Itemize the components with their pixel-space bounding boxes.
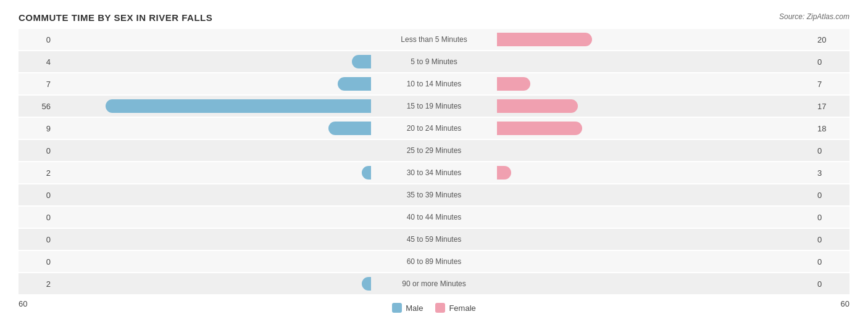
male-value: 56 xyxy=(19,102,56,111)
female-bar-container xyxy=(496,166,812,180)
bars-center: 35 to 39 Minutes xyxy=(56,184,812,205)
female-bar-container xyxy=(496,144,812,157)
male-color-box xyxy=(392,303,402,313)
female-bar-container xyxy=(496,188,812,202)
male-bar-container xyxy=(56,33,372,46)
male-value: 2 xyxy=(19,168,56,178)
row-label: 60 to 89 Minutes xyxy=(372,257,496,266)
bar-row: 0 Less than 5 Minutes 20 xyxy=(19,29,849,50)
male-bar-container xyxy=(56,55,372,68)
row-label: 5 to 9 Minutes xyxy=(372,57,496,66)
legend: Male Female xyxy=(392,303,476,313)
female-bar-container xyxy=(496,277,812,291)
female-bar-container xyxy=(496,233,812,246)
female-value: 0 xyxy=(812,257,849,266)
male-bar xyxy=(362,277,371,291)
male-value: 0 xyxy=(19,213,56,222)
male-bar-container xyxy=(56,77,372,91)
bars-center: 25 to 29 Minutes xyxy=(56,140,812,161)
male-bar-container xyxy=(56,144,372,157)
female-value: 0 xyxy=(812,235,849,244)
row-label: 30 to 34 Minutes xyxy=(372,168,496,177)
bars-center: 5 to 9 Minutes xyxy=(56,51,812,72)
axis-left: 60 xyxy=(19,299,56,313)
female-value: 0 xyxy=(812,191,849,200)
male-label: Male xyxy=(406,303,423,313)
bar-row: 4 5 to 9 Minutes 0 xyxy=(19,51,849,72)
female-bar xyxy=(497,99,578,113)
bars-center: 60 to 89 Minutes xyxy=(56,251,812,272)
female-bar xyxy=(497,77,530,91)
bars-center: 20 to 24 Minutes xyxy=(56,118,812,139)
row-label: 40 to 44 Minutes xyxy=(372,213,496,221)
female-bar-container xyxy=(496,255,812,268)
male-bar-container xyxy=(56,188,372,202)
female-bar xyxy=(497,166,511,180)
row-label: 10 to 14 Minutes xyxy=(372,80,496,88)
bar-row: 0 60 to 89 Minutes 0 xyxy=(19,251,849,272)
male-bar-container xyxy=(56,277,372,291)
female-value: 0 xyxy=(812,57,849,67)
male-value: 0 xyxy=(19,146,56,155)
row-label: 90 or more Minutes xyxy=(372,279,496,288)
chart-container: COMMUTE TIME BY SEX IN RIVER FALLS Sourc… xyxy=(19,12,849,315)
bar-row: 2 30 to 34 Minutes 3 xyxy=(19,162,849,183)
row-label: 45 to 59 Minutes xyxy=(372,235,496,244)
bars-center: 40 to 44 Minutes xyxy=(56,207,812,228)
bar-row: 0 45 to 59 Minutes 0 xyxy=(19,229,849,250)
bars-center: 30 to 34 Minutes xyxy=(56,162,812,183)
bar-row: 7 10 to 14 Minutes 7 xyxy=(19,73,849,94)
female-bar-container xyxy=(496,122,812,135)
female-bar-container xyxy=(496,33,812,46)
male-value: 7 xyxy=(19,80,56,89)
bar-row: 0 40 to 44 Minutes 0 xyxy=(19,207,849,228)
female-value: 7 xyxy=(812,80,849,89)
bars-center: 45 to 59 Minutes xyxy=(56,229,812,250)
legend-male: Male xyxy=(392,303,423,313)
chart-title: COMMUTE TIME BY SEX IN RIVER FALLS xyxy=(19,12,212,23)
bar-row: 0 35 to 39 Minutes 0 xyxy=(19,184,849,205)
bar-row: 9 20 to 24 Minutes 18 xyxy=(19,118,849,139)
row-label: 20 to 24 Minutes xyxy=(372,124,496,133)
male-bar xyxy=(362,166,371,180)
male-value: 0 xyxy=(19,257,56,266)
female-bar-container xyxy=(496,210,812,224)
female-bar xyxy=(497,33,592,46)
male-value: 0 xyxy=(19,235,56,244)
axis-right: 60 xyxy=(812,299,849,313)
male-value: 0 xyxy=(19,191,56,200)
row-label: 35 to 39 Minutes xyxy=(372,191,496,199)
bars-center: 10 to 14 Minutes xyxy=(56,73,812,94)
male-value: 0 xyxy=(19,35,56,44)
legend-female: Female xyxy=(435,303,475,313)
male-bar-container xyxy=(56,255,372,268)
bars-center: 15 to 19 Minutes xyxy=(56,96,812,117)
female-value: 0 xyxy=(812,279,849,289)
male-bar-container xyxy=(56,99,372,113)
male-value: 9 xyxy=(19,124,56,133)
bar-row: 56 15 to 19 Minutes 17 xyxy=(19,96,849,117)
male-bar-container xyxy=(56,233,372,246)
row-label: 25 to 29 Minutes xyxy=(372,146,496,155)
female-value: 0 xyxy=(812,146,849,155)
bars-center: Less than 5 Minutes xyxy=(56,29,812,50)
female-label: Female xyxy=(449,303,475,313)
female-color-box xyxy=(435,303,445,313)
bar-row: 2 90 or more Minutes 0 xyxy=(19,273,849,294)
female-value: 20 xyxy=(812,35,849,44)
female-bar-container xyxy=(496,77,812,91)
male-bar-container xyxy=(56,210,372,224)
row-label: 15 to 19 Minutes xyxy=(372,102,496,110)
female-bar-container xyxy=(496,99,812,113)
male-value: 2 xyxy=(19,279,56,289)
female-value: 3 xyxy=(812,168,849,178)
male-bar xyxy=(328,122,371,135)
female-value: 17 xyxy=(812,102,849,111)
axis-row: 60 Male Female 60 xyxy=(19,297,849,315)
male-bar xyxy=(106,99,371,113)
male-value: 4 xyxy=(19,57,56,67)
female-bar xyxy=(497,122,582,135)
chart-area: 0 Less than 5 Minutes 20 4 5 to 9 Minute… xyxy=(19,29,849,294)
female-value: 18 xyxy=(812,124,849,133)
male-bar xyxy=(352,55,371,68)
